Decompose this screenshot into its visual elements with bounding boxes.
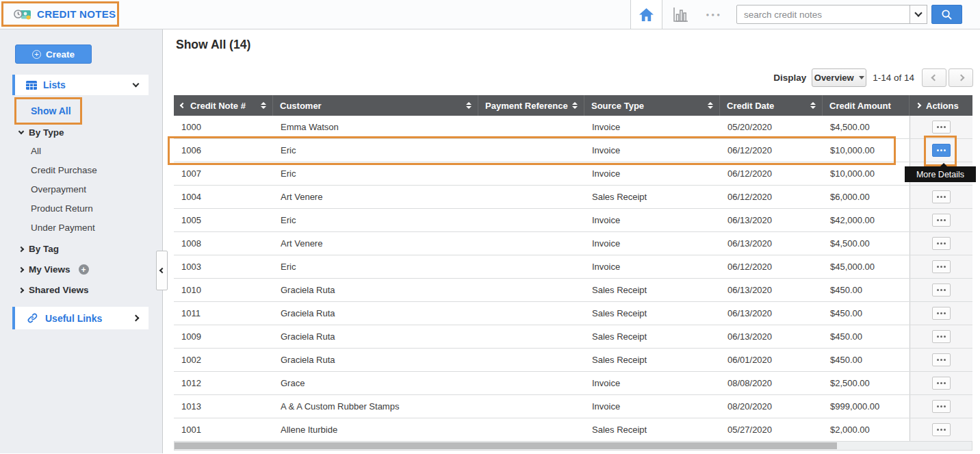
display-mode-dropdown[interactable]: Overview <box>812 68 866 87</box>
scrollbar-thumb[interactable] <box>175 442 837 449</box>
column-header-actions[interactable]: Actions <box>910 95 972 116</box>
row-actions-button[interactable] <box>932 307 951 320</box>
home-button[interactable] <box>630 0 662 29</box>
row-actions-button[interactable] <box>932 330 951 343</box>
next-page-button[interactable] <box>949 68 973 87</box>
table-row[interactable]: 1010 Graciela Ruta Sales Receipt 06/13/2… <box>174 279 972 302</box>
search-bar <box>736 5 962 24</box>
reports-button[interactable] <box>672 7 688 22</box>
add-view-button[interactable]: + <box>79 264 89 275</box>
table-row[interactable]: 1001 Allene Iturbide Sales Receipt 05/27… <box>174 418 972 442</box>
table-row[interactable]: 1002 Graciela Ruta Sales Receipt 06/01/2… <box>174 349 972 372</box>
table-row[interactable]: 1012 Grace Invoice 08/08/2020 $2,500.00 <box>174 372 972 395</box>
list-controls: Display Overview 1-14 of 14 <box>773 68 973 87</box>
sort-icon <box>708 102 713 109</box>
expand-actions-icon <box>916 103 921 108</box>
column-header-payment-reference[interactable]: Payment Reference <box>478 95 584 116</box>
caret-down-icon <box>859 76 864 79</box>
cell-credit-date: 05/20/2020 <box>720 116 823 138</box>
search-scope-dropdown[interactable] <box>910 5 927 24</box>
cell-source-type: Sales Receipt <box>584 302 720 325</box>
previous-page-button[interactable] <box>922 68 946 87</box>
cell-credit-date: 06/01/2020 <box>720 349 823 371</box>
cell-credit-amount: $450.00 <box>823 279 910 301</box>
row-actions-button[interactable] <box>932 377 951 390</box>
sidebar-group-by-tag[interactable]: By Tag <box>19 244 59 254</box>
table-row[interactable]: 1003 Eric Invoice 06/12/2020 $45,000.00 <box>174 255 972 279</box>
column-header-credit-amount[interactable]: Credit Amount <box>823 95 910 116</box>
sidebar-group-shared-views[interactable]: Shared Views <box>19 285 89 295</box>
cell-payment-reference <box>478 209 584 231</box>
sidebar-item-lists[interactable]: Lists <box>12 75 149 95</box>
collapse-column-icon <box>180 103 185 108</box>
column-header-credit-note[interactable]: Credit Note # <box>174 95 273 116</box>
cell-source-type: Invoice <box>584 209 720 231</box>
search-input[interactable] <box>736 5 910 24</box>
chevron-right-icon <box>18 246 24 251</box>
table-row[interactable]: 1011 Graciela Ruta Sales Receipt 06/13/2… <box>174 302 972 325</box>
column-label: Credit Amount <box>829 101 891 111</box>
cell-customer: Emma Watson <box>273 116 478 138</box>
row-actions-button[interactable] <box>932 260 951 273</box>
search-button[interactable] <box>931 5 962 24</box>
table-row[interactable]: 1009 Graciela Ruta Sales Receipt 06/13/2… <box>174 325 972 349</box>
cell-credit-date: 08/20/2020 <box>720 395 823 418</box>
row-actions-button[interactable] <box>932 237 951 250</box>
column-label: Customer <box>280 101 322 111</box>
table-row[interactable]: 1006 Eric Invoice 06/12/2020 $10,000.00 <box>174 139 972 162</box>
table-row[interactable]: 1007 Eric Invoice 06/12/2020 $10,000.00 <box>174 162 972 186</box>
sidebar-item-credit-purchase[interactable]: Credit Purchase <box>31 165 97 175</box>
row-actions-button[interactable] <box>932 144 951 157</box>
sidebar-group-by-type[interactable]: By Type <box>19 127 64 138</box>
cell-customer: Eric <box>273 162 478 185</box>
list-title: Show All (14) <box>176 38 250 52</box>
sidebar-item-under-payment[interactable]: Under Payment <box>31 223 95 233</box>
sidebar-item-show-all[interactable]: Show All <box>31 105 71 116</box>
cell-credit-note: 1009 <box>174 325 273 348</box>
sidebar-group-my-views[interactable]: My Views + <box>19 264 89 275</box>
row-actions-button[interactable] <box>932 353 951 366</box>
row-actions-button[interactable] <box>932 423 951 436</box>
bar-chart-icon <box>672 7 688 22</box>
cell-credit-amount: $450.00 <box>823 325 910 348</box>
chevron-down-icon <box>133 80 140 87</box>
more-details-tooltip: More Details <box>905 166 976 182</box>
cell-credit-date: 06/13/2020 <box>720 209 823 231</box>
row-actions-button[interactable] <box>932 400 951 413</box>
cell-credit-note: 1005 <box>174 209 273 231</box>
cell-source-type: Sales Receipt <box>584 418 720 441</box>
table-row[interactable]: 1004 Art Venere Sales Receipt 06/12/2020… <box>174 186 972 209</box>
column-label: Source Type <box>591 101 644 111</box>
by-type-label: By Type <box>29 127 64 138</box>
cell-source-type: Sales Receipt <box>584 279 720 301</box>
ellipsis-icon <box>937 126 939 128</box>
more-options-button[interactable]: ●●● <box>706 12 723 18</box>
cell-credit-amount: $6,000.00 <box>823 186 910 208</box>
column-header-source-type[interactable]: Source Type <box>584 95 720 116</box>
table-row[interactable]: 1000 Emma Watson Invoice 05/20/2020 $4,5… <box>174 116 972 139</box>
column-header-customer[interactable]: Customer <box>273 95 478 116</box>
sidebar-collapse-handle[interactable] <box>156 251 168 290</box>
table-row[interactable]: 1005 Eric Invoice 06/13/2020 $42,000.00 <box>174 209 972 232</box>
row-actions-button[interactable] <box>932 121 951 134</box>
cell-source-type: Sales Receipt <box>584 186 720 208</box>
cell-actions <box>910 395 972 418</box>
sidebar-item-product-return[interactable]: Product Return <box>31 203 93 214</box>
link-icon <box>27 312 38 324</box>
create-button[interactable]: + Create <box>15 45 92 64</box>
ellipsis-icon <box>937 429 939 431</box>
sidebar-item-overpayment[interactable]: Overpayment <box>31 184 86 194</box>
chevron-down-icon <box>18 129 24 134</box>
row-actions-button[interactable] <box>932 283 951 297</box>
cell-credit-date: 06/12/2020 <box>720 255 823 278</box>
sidebar-item-useful-links[interactable]: Useful Links <box>12 307 149 329</box>
row-actions-button[interactable] <box>932 190 951 203</box>
my-views-label: My Views <box>29 264 70 275</box>
table-row[interactable]: 1008 Art Venere Invoice 06/13/2020 $4,50… <box>174 232 972 255</box>
table-row[interactable]: 1013 A & A Custom Rubber Stamps Invoice … <box>174 395 972 418</box>
cell-credit-date: 06/13/2020 <box>720 279 823 301</box>
ellipsis-icon <box>937 289 939 291</box>
column-header-credit-date[interactable]: Credit Date <box>720 95 823 116</box>
sidebar-item-all[interactable]: All <box>31 146 41 156</box>
row-actions-button[interactable] <box>932 214 951 227</box>
